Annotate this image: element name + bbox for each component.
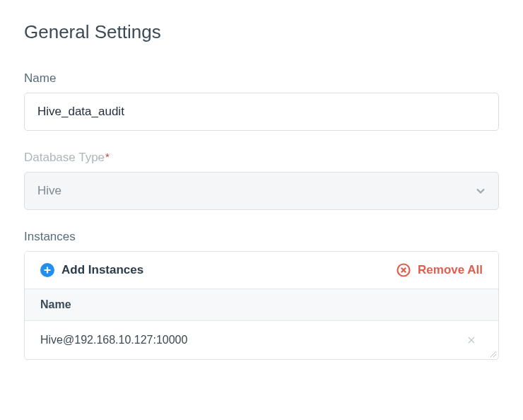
resize-handle[interactable]	[488, 349, 497, 358]
close-icon[interactable]	[467, 336, 476, 344]
instances-section: Instances Add Instances	[24, 230, 499, 360]
required-asterisk: *	[105, 151, 110, 163]
svg-line-8	[490, 351, 496, 357]
instances-panel: Add Instances Remove All Name Hive@192.1…	[24, 251, 499, 360]
svg-line-9	[493, 354, 496, 357]
instances-toolbar: Add Instances Remove All	[25, 252, 498, 289]
instances-column-header: Name	[25, 289, 498, 321]
x-circle-icon	[396, 263, 411, 277]
remove-all-button[interactable]: Remove All	[396, 263, 483, 277]
plus-circle-icon	[40, 263, 54, 277]
add-instances-label: Add Instances	[61, 263, 143, 277]
instances-label: Instances	[24, 230, 499, 244]
page-title: General Settings	[24, 21, 499, 43]
db-type-select[interactable]: Hive	[24, 172, 499, 210]
table-row: Hive@192.168.10.127:10000	[25, 321, 498, 359]
instance-name: Hive@192.168.10.127:10000	[40, 334, 187, 346]
db-type-field-group: Database Type* Hive	[24, 151, 499, 210]
db-type-value: Hive	[37, 184, 61, 198]
name-label: Name	[24, 71, 499, 86]
remove-all-label: Remove All	[418, 263, 483, 277]
add-instances-button[interactable]: Add Instances	[40, 263, 143, 277]
db-type-label-text: Database Type	[24, 151, 105, 164]
chevron-down-icon	[476, 186, 486, 196]
name-field-group: Name	[24, 71, 499, 131]
name-input[interactable]	[24, 93, 499, 131]
db-type-label: Database Type*	[24, 151, 499, 165]
